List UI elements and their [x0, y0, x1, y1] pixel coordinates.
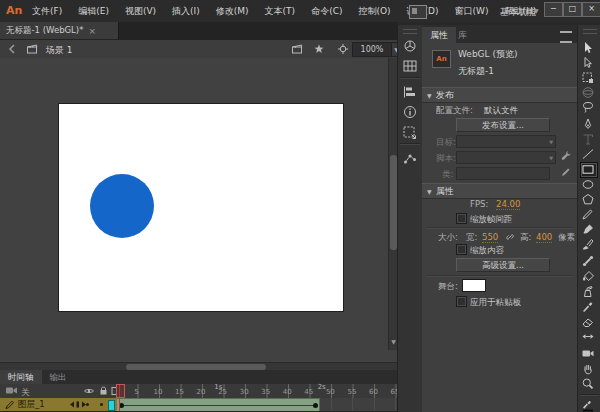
- rotation-3d-tool-icon[interactable]: [581, 86, 597, 100]
- publish-section-header[interactable]: ▼发布: [422, 87, 577, 103]
- playhead-marker[interactable]: [116, 384, 125, 398]
- selection-tool-icon[interactable]: [581, 41, 597, 55]
- properties-panel: 属性 库 An WebGL (预览) 无标题-1 ▼发布 配置文件: 默认文件 …: [422, 25, 577, 412]
- width-tool-icon[interactable]: [581, 330, 597, 344]
- polystar-tool-icon[interactable]: [581, 193, 597, 207]
- close-tab-icon[interactable]: ×: [88, 26, 96, 36]
- hand-tool-icon[interactable]: [581, 362, 597, 376]
- edit-class-pencil-icon[interactable]: [560, 166, 572, 178]
- vertical-scrollbar-thumb[interactable]: [390, 155, 397, 250]
- menu-item-6[interactable]: 命令(C): [303, 5, 350, 18]
- fps-value[interactable]: 24.00: [496, 199, 520, 210]
- shape-tween-span[interactable]: [117, 398, 320, 412]
- document-tab[interactable]: 无标题-1 (WebGL)* ×: [0, 22, 119, 39]
- menu-item-0[interactable]: 文件(F): [24, 5, 70, 18]
- lock-layers-icon[interactable]: [98, 385, 109, 396]
- timeline-ruler[interactable]: 51015202530354045505560651s2s: [117, 384, 397, 398]
- ink-bottle-tool-icon[interactable]: [581, 285, 597, 299]
- advanced-settings-button[interactable]: 高级设置...: [456, 258, 550, 272]
- menu-item-2[interactable]: 视图(V): [117, 5, 164, 18]
- width-value[interactable]: 550: [482, 232, 498, 243]
- zoom-tool-icon[interactable]: [581, 377, 597, 391]
- line-tool-icon[interactable]: [581, 148, 597, 162]
- info-panel-icon[interactable]: [402, 105, 418, 119]
- oval-tool-icon[interactable]: [581, 178, 597, 192]
- stage[interactable]: [59, 104, 343, 311]
- dock-grip[interactable]: [403, 29, 417, 34]
- stage-color-swatch[interactable]: [462, 279, 486, 292]
- edit-symbols-icon[interactable]: [313, 43, 325, 55]
- blue-circle-shape[interactable]: [90, 174, 154, 238]
- properties-section-header[interactable]: ▼属性: [422, 183, 577, 199]
- document-type-label: WebGL (预览): [458, 48, 518, 61]
- layer-frames-track[interactable]: [117, 398, 397, 411]
- pencil-tool-icon[interactable]: [581, 208, 597, 222]
- lasso-tool-icon[interactable]: [581, 101, 597, 115]
- wrench-icon[interactable]: [560, 150, 572, 162]
- pasteboard[interactable]: [0, 58, 397, 362]
- align-panel-icon[interactable]: [402, 85, 418, 99]
- keyframe-dot-end[interactable]: [313, 403, 318, 408]
- menu-item-7[interactable]: 控制(O): [350, 5, 398, 18]
- link-dimensions-icon[interactable]: [504, 231, 516, 243]
- menu-item-5[interactable]: 文本(T): [257, 5, 304, 18]
- eraser-tool-icon[interactable]: [581, 315, 597, 329]
- tools-grip[interactable]: [583, 29, 597, 34]
- camera-tool-icon[interactable]: [581, 347, 597, 361]
- subselection-tool-icon[interactable]: [581, 56, 597, 70]
- menu-item-1[interactable]: 编辑(E): [70, 5, 117, 18]
- brush-tool-icon[interactable]: [581, 223, 597, 237]
- scale-interval-checkbox[interactable]: [456, 213, 467, 224]
- keyframe-nav-icon[interactable]: [69, 400, 87, 409]
- timeline-layer-row[interactable]: 图层_1: [0, 398, 397, 411]
- ruler-frame-number: 10: [153, 388, 162, 396]
- ruler-second-mark: 1s: [214, 383, 222, 391]
- apply-to-clipboard-checkbox[interactable]: [456, 296, 467, 307]
- eyedropper-tool-icon[interactable]: [581, 300, 597, 314]
- rectangle-tool-icon[interactable]: [581, 163, 597, 177]
- close-window-button[interactable]: ×: [582, 2, 600, 17]
- tab-library[interactable]: 库: [458, 29, 467, 42]
- target-dropdown: ▼: [456, 135, 556, 148]
- apply-to-clipboard-label: 应用于粘贴板: [470, 297, 521, 309]
- maximize-button[interactable]: □: [563, 2, 582, 17]
- profile-value[interactable]: 默认文件: [484, 105, 518, 117]
- edit-scene-icon[interactable]: [291, 43, 303, 55]
- minimize-button[interactable]: ─: [544, 2, 563, 17]
- workspace-label[interactable]: 基本功能: [500, 6, 536, 19]
- tab-output[interactable]: 输出: [42, 370, 75, 384]
- swatches-panel-icon[interactable]: [402, 59, 418, 73]
- free-transform-tool-icon[interactable]: [581, 71, 597, 85]
- text-tool-icon[interactable]: [581, 133, 597, 147]
- layer-lock-dot[interactable]: [100, 403, 103, 406]
- width-label: 宽:: [466, 232, 477, 244]
- menu-item-4[interactable]: 修改(M): [208, 5, 257, 18]
- scale-content-checkbox[interactable]: [456, 244, 467, 255]
- stroke-color-swatch[interactable]: [581, 399, 597, 412]
- layer-visibility-dot[interactable]: [86, 403, 89, 406]
- back-arrow-icon[interactable]: [6, 43, 18, 55]
- paint-bucket-tool-icon[interactable]: [581, 270, 597, 284]
- show-hide-layers-icon[interactable]: [83, 386, 95, 396]
- panel-menu-icon[interactable]: [560, 31, 572, 43]
- center-stage-icon[interactable]: [337, 43, 349, 55]
- menu-item-3[interactable]: 插入(I): [164, 5, 208, 18]
- zoom-level-select[interactable]: 100%: [352, 42, 392, 57]
- motion-presets-panel-icon[interactable]: [402, 151, 418, 165]
- layer-name-cell[interactable]: 图层_1: [0, 398, 117, 411]
- divider: [426, 275, 573, 277]
- color-panel-icon[interactable]: [402, 39, 418, 53]
- pen-tool-icon[interactable]: [581, 118, 597, 132]
- layer-outline-color-swatch[interactable]: [108, 400, 115, 411]
- camera-toggle-icon[interactable]: [5, 385, 18, 396]
- transform-panel-icon[interactable]: [402, 125, 418, 139]
- menu-item-9[interactable]: 窗口(W): [447, 5, 497, 18]
- document-name-label: 无标题-1: [458, 65, 494, 78]
- workspace-switcher-icon[interactable]: [409, 5, 427, 19]
- height-value[interactable]: 400: [536, 232, 552, 243]
- bone-tool-icon[interactable]: [581, 255, 597, 269]
- tab-timeline[interactable]: 时间轴: [0, 370, 42, 384]
- tab-properties[interactable]: 属性: [422, 27, 456, 45]
- paint-brush-tool-icon[interactable]: [581, 238, 597, 252]
- publish-settings-button[interactable]: 发布设置...: [456, 118, 550, 132]
